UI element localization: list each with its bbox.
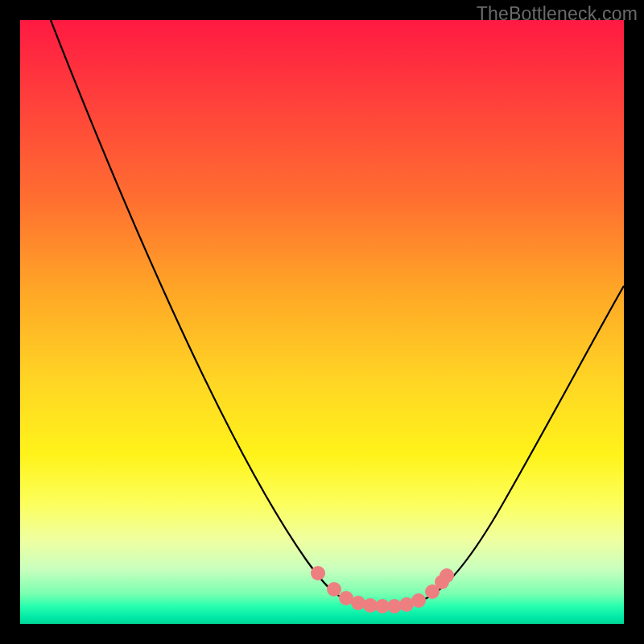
- chart-frame: TheBottleneck.com: [0, 0, 644, 644]
- chart-svg: [20, 20, 624, 624]
- svg-point-8: [411, 593, 426, 608]
- svg-point-0: [311, 566, 325, 580]
- bottleneck-curve-path: [51, 20, 624, 605]
- watermark-text: TheBottleneck.com: [477, 3, 638, 25]
- svg-point-1: [327, 582, 341, 597]
- chart-plot-area: [20, 20, 624, 624]
- svg-point-11: [440, 568, 454, 583]
- highlight-markers: [311, 566, 454, 613]
- svg-point-3: [351, 596, 365, 610]
